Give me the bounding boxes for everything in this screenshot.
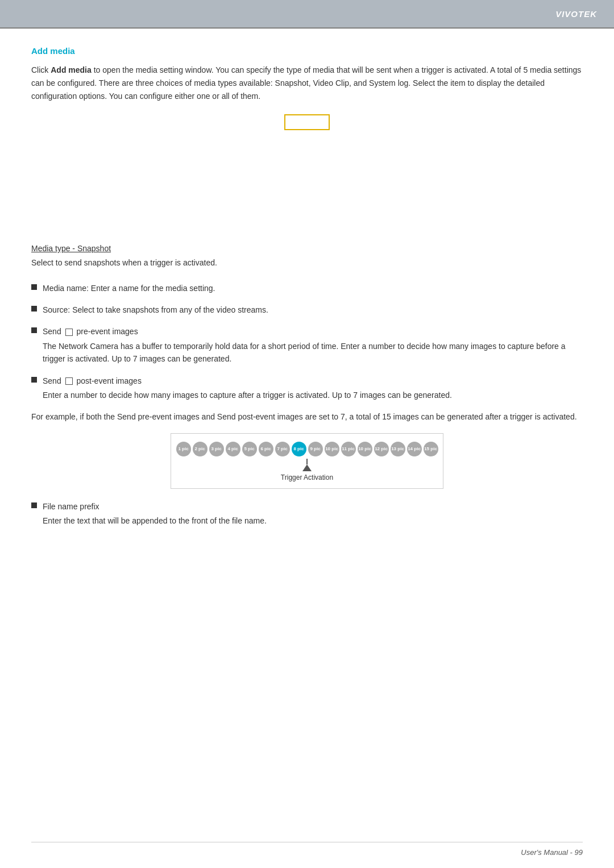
bullet-body-file-prefix: Enter the text that will be appended to … [43,514,583,527]
media-type-snapshot-section: Media type - Snapshot Select to send sna… [31,244,583,527]
main-content: Add media Click Add media to open the me… [0,29,614,559]
pic-2: 2 pic [193,442,208,456]
bullet-list: Media name: Enter a name for the media s… [31,282,583,402]
intro-paragraph: Click Add media to open the media settin… [31,64,583,103]
pic-10: 10 pic [325,442,339,456]
bullet-body-send-pre: The Network Camera has a buffer to tempo… [43,340,583,366]
bullet-title-file-prefix: File name prefix [43,500,583,513]
section-title: Add media [31,46,583,56]
pic-7: 7 pic [275,442,290,456]
bullet-title-source: Source: Select to take snapshots from an… [43,305,268,314]
pic-11: 11 pic [341,442,356,456]
bullet-icon-file-prefix [31,502,37,508]
bullet-item-file-prefix: File name prefix Enter the text that wil… [31,500,583,528]
page-header: VIVOTEK [0,0,614,28]
media-type-title: Media type - Snapshot [31,244,583,253]
bullet-title-send-post: Send post-event images [43,375,583,387]
bullet-item-media-name: Media name: Enter a name for the media s… [31,282,583,294]
pic-4: 4 pic [226,442,240,456]
page-footer: User's Manual - 99 [521,848,583,857]
bullet-item-source: Source: Select to take snapshots from an… [31,304,583,316]
add-media-bold: Add media [51,65,92,74]
example-paragraph: For example, if both the Send pre-event … [31,410,583,423]
bottom-divider [31,842,583,842]
trigger-activation-label: Trigger Activation [180,474,434,481]
pic-3: 3 pic [209,442,224,456]
file-name-bullet-list: File name prefix Enter the text that wil… [31,500,583,528]
pic-1: 1 pic [176,442,191,456]
bullet-title-send-pre: Send pre-event images [43,325,583,338]
intro-text-rest: to open the media setting window. You ca… [31,65,581,101]
arrow-up [302,464,312,471]
pic-6: 6 pic [259,442,273,456]
pic-16: 15 pic [424,442,438,456]
post-event-checkbox[interactable] [65,377,73,385]
arrow-shaft [306,459,308,464]
bullet-title-media-name: Media name: Enter a name for the media s… [43,284,215,293]
pic-9: 9 pic [308,442,323,456]
bullet-icon-send-post [31,377,37,383]
file-name-prefix-section: File name prefix Enter the text that wil… [31,500,583,528]
trigger-arrow [302,459,312,471]
pic-14: 13 pic [391,442,405,456]
trigger-diagram: 1 pic 2 pic 3 pic 4 pic 5 pic 6 pic 7 pi… [171,433,443,489]
bullet-body-send-post: Enter a number to decide how many images… [43,389,583,401]
pre-event-checkbox[interactable] [65,329,73,336]
bullet-icon-source [31,306,37,312]
media-type-desc: Select to send snapshots when a trigger … [31,256,583,269]
pic-12: 10 pic [358,442,372,456]
pic-13: 12 pic [374,442,389,456]
brand-logo: VIVOTEK [555,9,597,19]
bullet-item-send-pre: Send pre-event images The Network Camera… [31,325,583,365]
add-media-button-area [31,114,583,130]
add-media-button[interactable] [284,114,330,130]
bullet-item-send-post: Send post-event images Enter a number to… [31,375,583,402]
pic-5: 5 pic [242,442,257,456]
pic-bubbles-row: 1 pic 2 pic 3 pic 4 pic 5 pic 6 pic 7 pi… [180,442,434,456]
bullet-icon-send-pre [31,327,37,333]
bullet-icon-media-name [31,284,37,290]
pic-15: 14 pic [407,442,422,456]
trigger-arrow-row [180,459,434,471]
pic-8-highlight: 8 pic [292,442,306,456]
